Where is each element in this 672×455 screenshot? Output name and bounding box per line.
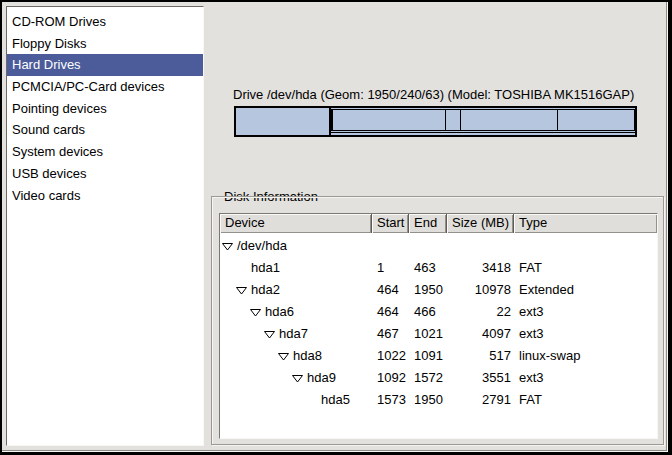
size-cell: 3551 [447,367,514,389]
start-cell: 464 [372,301,409,323]
device-name: hda8 [293,345,322,367]
size-cell: 22 [447,301,514,323]
start-cell [372,235,409,257]
device-cell: hda2 [220,279,372,301]
device-name: hda7 [279,323,308,345]
type-cell [514,235,657,257]
type-cell: ext3 [514,301,657,323]
device-name: hda1 [251,257,280,279]
size-cell: 517 [447,345,514,367]
disk-information-table: DeviceStartEndSize (MB)Type /dev/hdahda1… [219,213,658,439]
end-cell: 1950 [409,279,447,301]
size-cell: 10978 [447,279,514,301]
start-cell: 1 [372,257,409,279]
table-row-hda5[interactable]: hda5157319502791FAT [220,389,657,411]
end-cell: 1091 [409,345,447,367]
sidebar-item-usb-devices[interactable]: USB devices [7,163,203,185]
type-cell: ext3 [514,323,657,345]
type-cell: linux-swap [514,345,657,367]
device-cell: hda7 [220,323,372,345]
device-cell: /dev/hda [220,235,372,257]
partition-segment-hda2-extended[interactable] [331,108,635,135]
sidebar-item-hard-drives[interactable]: Hard Drives [7,54,203,76]
sidebar-item-video-cards[interactable]: Video cards [7,185,203,207]
start-cell: 1573 [372,389,409,411]
end-cell: 463 [409,257,447,279]
start-cell: 464 [372,279,409,301]
device-name: hda6 [265,301,294,323]
size-cell: 4097 [447,323,514,345]
column-header-size-mb[interactable]: Size (MB) [447,214,514,233]
start-cell: 467 [372,323,409,345]
device-cell: hda9 [220,367,372,389]
end-cell: 466 [409,301,447,323]
partition-segment-hda5[interactable] [557,109,635,131]
table-row-hda2[interactable]: hda2464195010978Extended [220,279,657,301]
table-row-hda7[interactable]: hda746710214097ext3 [220,323,657,345]
size-cell: 2791 [447,389,514,411]
sidebar-item-pointing-devices[interactable]: Pointing devices [7,98,203,120]
column-header-end[interactable]: End [409,214,447,233]
partition-segment-hda7[interactable] [332,109,445,131]
expander-triangle-icon[interactable] [292,374,307,383]
device-name: hda9 [307,367,336,389]
expander-triangle-icon[interactable] [222,242,237,251]
device-cell: hda8 [220,345,372,367]
expander-triangle-icon[interactable] [278,352,293,361]
type-cell: ext3 [514,367,657,389]
device-cell: hda1 [220,257,372,279]
type-cell: FAT [514,389,657,411]
expander-triangle-icon[interactable] [264,330,279,339]
type-cell: Extended [514,279,657,301]
device-name: /dev/hda [237,235,287,257]
sidebar-item-pcmcia-pc-card-devices[interactable]: PCMCIA/PC-Card devices [7,76,203,98]
device-cell: hda5 [220,389,372,411]
table-row-hda9[interactable]: hda9109215723551ext3 [220,367,657,389]
expander-triangle-icon[interactable] [236,286,251,295]
device-cell: hda6 [220,301,372,323]
table-body: /dev/hdahda114633418FAThda2464195010978E… [220,233,657,411]
start-cell: 1092 [372,367,409,389]
partition-segment-hda8[interactable] [445,109,461,131]
partition-segment-hda1[interactable] [236,108,331,135]
column-header-start[interactable]: Start [372,214,409,233]
hardware-browser-window: CD-ROM DrivesFloppy DisksHard DrivesPCMC… [0,0,672,455]
device-name: hda5 [321,389,350,411]
device-name: hda2 [251,279,280,301]
sidebar-item-sound-cards[interactable]: Sound cards [7,119,203,141]
device-category-list[interactable]: CD-ROM DrivesFloppy DisksHard DrivesPCMC… [6,6,204,446]
sidebar-item-floppy-disks[interactable]: Floppy Disks [7,33,203,55]
start-cell: 1022 [372,345,409,367]
size-cell: 3418 [447,257,514,279]
end-cell [409,235,447,257]
end-cell: 1950 [409,389,447,411]
table-row-hda6[interactable]: hda646446622ext3 [220,301,657,323]
table-row-dev-hda[interactable]: /dev/hda [220,235,657,257]
sidebar-item-cd-rom-drives[interactable]: CD-ROM Drives [7,11,203,33]
expander-triangle-icon[interactable] [250,308,265,317]
partition-bar[interactable] [234,106,637,137]
column-header-type[interactable]: Type [514,214,657,233]
partition-segment-hda9[interactable] [460,109,558,131]
table-row-hda8[interactable]: hda810221091517linux-swap [220,345,657,367]
sidebar-item-system-devices[interactable]: System devices [7,141,203,163]
size-cell [447,235,514,257]
table-row-hda1[interactable]: hda114633418FAT [220,257,657,279]
end-cell: 1021 [409,323,447,345]
end-cell: 1572 [409,367,447,389]
drive-info-label: Drive /dev/hda (Geom: 1950/240/63) (Mode… [233,87,634,102]
type-cell: FAT [514,257,657,279]
column-header-device[interactable]: Device [220,214,372,233]
table-header-row: DeviceStartEndSize (MB)Type [220,214,657,233]
